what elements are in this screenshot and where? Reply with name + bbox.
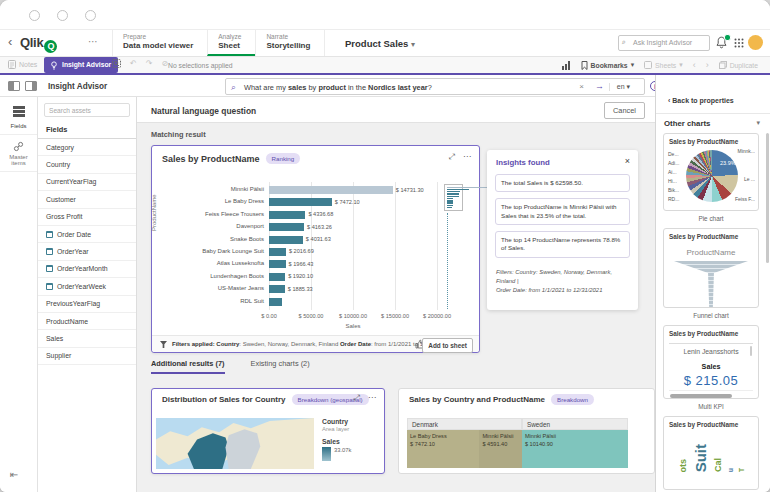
step-back-icon[interactable]: ↶ xyxy=(130,59,137,68)
more-menu-icon[interactable]: ⋯ xyxy=(368,393,376,403)
chart-minimap[interactable] xyxy=(444,184,463,211)
next-sheet-icon[interactable]: › xyxy=(706,60,709,70)
expand-icon[interactable]: ⤢ xyxy=(449,152,455,162)
bar[interactable] xyxy=(269,298,282,306)
prev-sheet-icon[interactable]: ‹ xyxy=(693,60,696,70)
toggle-left-panel-icon[interactable] xyxy=(8,81,20,91)
rail-tab-fields[interactable]: Fields xyxy=(0,97,37,135)
bar[interactable] xyxy=(269,198,332,206)
clear-query-icon[interactable]: × xyxy=(579,82,584,91)
app-title-dropdown[interactable]: Product Sales ▾ xyxy=(345,38,415,49)
sheet-grid-icon[interactable] xyxy=(562,61,571,70)
insight-item[interactable]: The top ProductName is Minnki Pälsii wit… xyxy=(495,198,630,225)
word-cloud-word[interactable]: Suit xyxy=(692,444,709,472)
bar-row[interactable]: RDL Suit xyxy=(152,296,479,308)
language-selector[interactable]: en ▾ xyxy=(609,83,630,91)
more-menu-icon[interactable]: ⋯ xyxy=(463,152,471,162)
field-item[interactable]: PreviousYearFlag xyxy=(38,296,136,313)
sheets-button[interactable]: Sheets▾ xyxy=(644,61,683,69)
cancel-button[interactable]: Cancel xyxy=(604,102,645,119)
close-icon[interactable]: × xyxy=(625,156,630,166)
search-assets-input[interactable]: Search assets xyxy=(44,103,130,117)
rail-tab-master-items[interactable]: Master items xyxy=(0,135,37,172)
geo-chart-card[interactable]: Distribution of Sales for Country Breakd… xyxy=(151,388,385,474)
multi-kpi-card[interactable]: Sales by ProductName Lenin Jeansshorts S… xyxy=(663,325,759,399)
bar[interactable] xyxy=(269,223,304,231)
horizontal-scrollbar[interactable] xyxy=(670,394,732,398)
bookmarks-button[interactable]: Bookmarks▾ xyxy=(581,61,634,70)
nav-analyze[interactable]: Analyze Sheet xyxy=(207,30,255,56)
field-item[interactable]: OrderYearMonth xyxy=(38,261,136,278)
bar-row[interactable]: Atlas Lusseknofta$ 1966.43 xyxy=(152,258,479,270)
funnel-chart-card[interactable]: Sales by ProductName ProductName xyxy=(663,228,759,308)
treemap-cell[interactable]: Le Baby Dress$ 7472.10 xyxy=(407,430,479,468)
notes-button[interactable]: Notes xyxy=(8,60,37,69)
bar-row[interactable]: Snake Boots$ 4031.63 xyxy=(152,234,479,246)
scrollbar[interactable] xyxy=(750,346,753,356)
fields-section-header[interactable]: Fields xyxy=(38,121,136,139)
treemap-cell[interactable]: Minnki Pälsii$ 4591.40 xyxy=(479,430,522,468)
field-item[interactable]: Order Date xyxy=(38,226,136,243)
notifications-bell-icon[interactable] xyxy=(716,36,728,49)
app-launcher-icon[interactable] xyxy=(734,38,744,48)
treemap-chart-card[interactable]: Sales by Country and ProductName Breakdo… xyxy=(398,388,655,474)
back-icon[interactable]: ‹ xyxy=(8,34,12,49)
field-item[interactable]: OrderYearWeek xyxy=(38,278,136,295)
word-cloud-word[interactable]: T xyxy=(738,468,745,472)
smart-search-icon[interactable] xyxy=(112,59,121,68)
pie-chart-card[interactable]: Sales by ProductName 23.9% De...Adi...Ai… xyxy=(663,133,759,211)
field-item[interactable]: OrderYear xyxy=(38,243,136,260)
field-item[interactable]: ProductName xyxy=(38,313,136,330)
field-item[interactable]: Supplier xyxy=(38,348,136,365)
app-overflow-menu-icon[interactable]: ⋯ xyxy=(88,36,98,47)
chevron-down-icon[interactable]: ▾ xyxy=(756,119,760,127)
bar[interactable] xyxy=(269,273,285,281)
insight-advisor-button[interactable]: Insight Advisor xyxy=(44,57,118,73)
add-to-sheet-button[interactable]: Add to sheet xyxy=(422,338,473,353)
window-control-close[interactable] xyxy=(29,10,40,21)
tab-existing-charts[interactable]: Existing charts (2) xyxy=(251,359,310,374)
insight-item[interactable]: The total Sales is $ 62598.50. xyxy=(495,174,630,192)
bar-row[interactable]: Minnki Pälsii$ 14731.30 xyxy=(152,184,479,196)
bar-row[interactable]: US-Master Jeans$ 1885.33 xyxy=(152,283,479,295)
nlq-search-input[interactable]: ⌕ What are my sales by product in the No… xyxy=(225,78,645,95)
bar-row[interactable]: Baby Dark Lounge Suit$ 2016.69 xyxy=(152,246,479,258)
bar[interactable] xyxy=(269,248,286,256)
bar-row[interactable]: Lundenhagen Boots$ 1920.10 xyxy=(152,271,479,283)
field-item[interactable]: Country xyxy=(38,156,136,173)
nav-narrate[interactable]: Narrate Storytelling xyxy=(255,30,325,56)
user-avatar[interactable] xyxy=(748,35,763,50)
submit-query-icon[interactable]: → xyxy=(595,81,604,91)
word-cloud-card[interactable]: Sales by ProductName otsSuitCaluT xyxy=(663,416,759,490)
tab-additional-results[interactable]: Additional results (7) xyxy=(151,359,225,374)
bar-row[interactable]: Le Baby Dress$ 7472.10 xyxy=(152,196,479,208)
window-control-maximize[interactable] xyxy=(85,10,96,21)
window-control-minimize[interactable] xyxy=(57,10,68,21)
bar[interactable] xyxy=(269,236,303,244)
word-cloud-word[interactable]: ots xyxy=(678,459,688,473)
bar[interactable] xyxy=(269,285,285,293)
duplicate-button[interactable]: Duplicate xyxy=(719,61,758,69)
expand-icon[interactable]: ⤢ xyxy=(354,393,360,403)
word-cloud-word[interactable]: u xyxy=(727,468,734,472)
ask-insight-advisor-input[interactable]: ⌕ Ask Insight Advisor xyxy=(618,35,710,51)
field-item[interactable]: Customer xyxy=(38,191,136,208)
qlik-logo[interactable]: QlikQ xyxy=(20,35,57,53)
toggle-right-panel-icon[interactable] xyxy=(25,81,37,91)
field-item[interactable]: Category xyxy=(38,139,136,156)
bar[interactable] xyxy=(269,186,393,194)
bar[interactable] xyxy=(269,211,305,219)
field-item[interactable]: CurrentYearFlag xyxy=(38,174,136,191)
bar[interactable] xyxy=(269,260,286,268)
result-chart-card[interactable]: Sales by ProductName Ranking ⤢ ⋯ Product… xyxy=(151,145,480,353)
word-cloud-word[interactable]: Cal xyxy=(713,458,723,472)
bar-row[interactable]: Davenport$ 4163.26 xyxy=(152,221,479,233)
back-to-properties-link[interactable]: ‹ Back to properties xyxy=(668,97,734,104)
collapse-panel-icon[interactable]: ⇤ xyxy=(10,469,18,480)
step-forward-icon[interactable]: ↷ xyxy=(146,59,153,68)
nav-prepare[interactable]: Prepare Data model viewer xyxy=(112,30,207,56)
treemap-cell[interactable]: Minnki Pälsii$ 10140.90 xyxy=(522,430,628,468)
panel-scrollbar[interactable] xyxy=(766,133,770,263)
insight-item[interactable]: The top 14 ProductName represents 78.8% … xyxy=(495,231,630,258)
bar-row[interactable]: Feiss Fleece Trousers$ 4336.68 xyxy=(152,209,479,221)
